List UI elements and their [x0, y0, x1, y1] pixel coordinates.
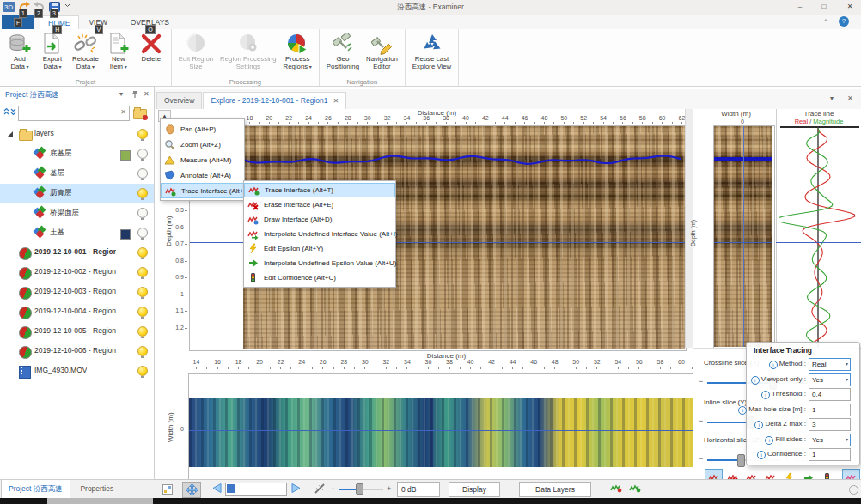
delete-button[interactable]: Delete	[135, 31, 168, 76]
maximize-button[interactable]: □	[816, 1, 832, 13]
gain-value-input[interactable]: 0 dB	[397, 482, 440, 497]
tree-item[interactable]: 2019-12-10-006 - Region1	[0, 342, 154, 361]
expand-all-icon[interactable]	[10, 107, 16, 118]
visibility-bulb-icon[interactable]	[137, 307, 147, 318]
tree-item[interactable]: IMG_4930.MOV	[0, 361, 154, 381]
tree-item[interactable]: 2019-12-10-002 - Region1	[0, 263, 154, 282]
tree-item[interactable]: 沥青层	[0, 184, 154, 203]
info-icon[interactable]: i	[751, 376, 760, 385]
tree-item[interactable]: 土基	[0, 223, 154, 243]
visibility-bulb-icon[interactable]	[137, 287, 147, 298]
tree-item[interactable]: layers	[0, 124, 154, 144]
slice-minus[interactable]: −	[699, 377, 703, 386]
menu-item[interactable]: Interpolate Undefined Interface Value (A…	[244, 227, 395, 241]
file-tab[interactable]: F	[2, 15, 34, 29]
minimize-button[interactable]: –	[792, 1, 808, 13]
slice-slider-handle[interactable]	[737, 454, 745, 467]
tracing-field-input[interactable]: 1	[809, 448, 851, 461]
export-data-button[interactable]: ExportData ▾	[36, 31, 69, 76]
menu-item[interactable]: Trace Interface (Alt+T)	[161, 183, 244, 198]
menu-item[interactable]: Edit Epsilon (Alt+Y)	[244, 241, 395, 256]
menu-item[interactable]: Annotate (Alt+A)	[161, 167, 244, 183]
dock-tab-project[interactable]: Project 汾西高速	[1, 480, 70, 499]
layer-color-swatch[interactable]	[120, 150, 131, 161]
filter-folder-icon[interactable]	[133, 106, 147, 119]
gain-curve-icon[interactable]	[314, 483, 326, 495]
new-item-button[interactable]: NewItem ▾	[102, 31, 135, 76]
menu-item[interactable]: Pan (Alt+P)	[161, 121, 244, 137]
tree-item[interactable]: 底基层	[0, 144, 154, 164]
tree-item[interactable]: 基层	[0, 164, 154, 184]
panel-dropdown-icon[interactable]: ▾	[119, 90, 123, 98]
panel-close-icon[interactable]: ✕	[144, 90, 150, 98]
gain-plus[interactable]: +	[387, 484, 391, 493]
info-icon[interactable]: i	[761, 391, 770, 399]
info-icon[interactable]: i	[738, 406, 747, 415]
position-scrollbar-thumb[interactable]	[227, 484, 235, 493]
tree-item[interactable]: 2019-12-10-005 - Region1	[0, 322, 154, 342]
visibility-bulb-icon[interactable]	[137, 346, 147, 357]
visibility-bulb-icon[interactable]	[137, 366, 147, 377]
overview-toggle-icon[interactable]	[162, 483, 174, 495]
dock-tab-properties[interactable]: Properties	[73, 480, 120, 498]
plan-view[interactable]	[188, 373, 706, 480]
visibility-bulb-icon[interactable]	[137, 208, 147, 219]
next-slice-icon[interactable]	[290, 483, 302, 494]
doc-close-icon[interactable]: ✕	[847, 94, 853, 102]
tree-item[interactable]: 2019-12-10-003 - Region1	[0, 282, 154, 302]
menu-item[interactable]: Interpolate Undefined Epsilon Value (Alt…	[244, 256, 395, 270]
menu-item[interactable]: Edit Confidence (Alt+C)	[244, 270, 395, 285]
tree-item[interactable]: 2019-12-10-004 - Region1	[0, 302, 154, 322]
tree-expander-icon[interactable]	[7, 131, 13, 137]
reuse-view-button[interactable]: Reuse LastExplore View	[409, 31, 455, 76]
close-button[interactable]: ✕	[842, 1, 858, 13]
info-icon[interactable]: i	[754, 421, 763, 429]
tracing-field-input[interactable]: 1	[809, 404, 851, 416]
menu-item[interactable]: Draw Interface (Alt+D)	[244, 212, 395, 227]
info-icon[interactable]: i	[769, 361, 778, 369]
doc-dropdown-icon[interactable]: ▾	[830, 94, 834, 102]
menu-item[interactable]: Measure (Alt+M)	[161, 152, 244, 167]
visibility-bulb-icon[interactable]	[137, 228, 147, 239]
relocate-data-button[interactable]: RelocateData ▾	[69, 31, 102, 76]
pan-tool-button[interactable]	[182, 482, 201, 498]
collapse-all-icon[interactable]	[3, 107, 9, 118]
add-data-button[interactable]: AddData ▾	[3, 31, 36, 76]
trace-tool-b-icon[interactable]	[629, 483, 641, 494]
visibility-bulb-icon[interactable]	[137, 188, 147, 199]
visibility-bulb-icon[interactable]	[137, 149, 147, 160]
tab-close-icon[interactable]: ✕	[333, 97, 339, 105]
visibility-bulb-icon[interactable]	[137, 267, 147, 278]
tree-item[interactable]: 桥梁面层	[0, 203, 154, 223]
data-layers-button[interactable]: Data Layers	[519, 482, 591, 497]
display-button[interactable]: Display	[449, 482, 500, 497]
tracing-field-select[interactable]: Yes▾	[809, 373, 851, 386]
menu-item[interactable]: Erase Interface (Alt+E)	[244, 197, 395, 212]
visibility-bulb-icon[interactable]	[137, 168, 147, 179]
gain-slider-handle[interactable]	[356, 483, 363, 495]
info-icon[interactable]: i	[765, 436, 773, 445]
geo-positioning-button[interactable]: GeoPositioning	[323, 31, 363, 76]
process-regions-button[interactable]: ProcessRegions ▾	[280, 31, 315, 76]
navigation-editor-button[interactable]: NavigationEditor	[363, 31, 401, 76]
tree-item[interactable]: 2019-12-10-001 - Region1	[0, 243, 154, 263]
tracing-field-select[interactable]: Yes▾	[809, 434, 851, 446]
search-input[interactable]: ✕	[18, 106, 130, 121]
menu-item[interactable]: Trace Interface (Alt+T)	[244, 183, 395, 197]
visibility-bulb-icon[interactable]	[137, 326, 147, 337]
search-clear-icon[interactable]: ✕	[120, 108, 126, 116]
doc-tab[interactable]: Overview	[156, 92, 202, 109]
info-icon[interactable]: i	[757, 451, 766, 459]
panel-pin-icon[interactable]	[131, 90, 138, 98]
position-scrollbar[interactable]	[225, 483, 287, 496]
crossline-view[interactable]	[713, 125, 775, 349]
visibility-bulb-icon[interactable]	[137, 247, 147, 258]
tracing-field-input[interactable]: 3	[809, 418, 851, 431]
tracing-field-input[interactable]: 0.4	[809, 388, 851, 401]
menu-item[interactable]: Zoom (Alt+Z)	[161, 137, 244, 152]
help-icon[interactable]: ?	[839, 16, 849, 27]
prev-slice-icon[interactable]	[211, 483, 223, 494]
slice-minus[interactable]: −	[699, 454, 703, 463]
doc-tab[interactable]: Explore - 2019-12-10-001 - Region1✕	[203, 92, 346, 109]
trace-tool-a-icon[interactable]	[610, 483, 622, 494]
